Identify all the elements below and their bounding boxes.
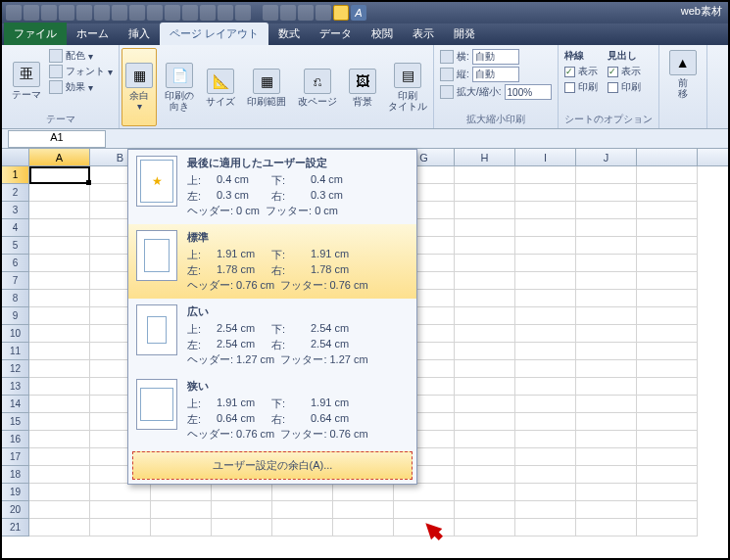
cell[interactable] <box>455 501 515 519</box>
cell[interactable] <box>455 219 515 237</box>
row-header[interactable]: 9 <box>2 307 29 325</box>
cell[interactable] <box>515 307 576 325</box>
background-button[interactable]: 🖼背景 <box>345 48 380 126</box>
cell[interactable] <box>576 307 637 325</box>
qat-icon[interactable] <box>76 5 92 21</box>
cell[interactable] <box>637 325 698 343</box>
cell[interactable] <box>455 466 515 484</box>
tab-page-layout[interactable]: ページ レイアウト <box>160 23 268 45</box>
cell[interactable] <box>515 272 576 290</box>
cell[interactable] <box>576 448 637 466</box>
margins-option-wide[interactable]: 広い 上:2.54 cm下:2.54 cm 左:2.54 cm右:2.54 cm… <box>128 299 416 373</box>
cell[interactable] <box>455 448 515 466</box>
cell[interactable] <box>455 396 515 413</box>
orientation-button[interactable]: 📄印刷の 向き <box>161 48 198 126</box>
qat-icon[interactable] <box>129 5 145 21</box>
grid-print-check[interactable]: 印刷 <box>564 79 598 95</box>
tab-view[interactable]: 表示 <box>403 23 444 45</box>
qat-icon[interactable] <box>59 5 74 21</box>
tab-dev[interactable]: 開発 <box>444 23 485 45</box>
head-print-check[interactable]: 印刷 <box>608 79 641 95</box>
margins-option-last[interactable]: 最後に適用したユーザー設定 上:0.4 cm下:0.4 cm 左:0.3 cm右… <box>128 150 416 224</box>
qat-icon[interactable] <box>200 5 216 21</box>
cell[interactable] <box>637 360 698 378</box>
cell[interactable] <box>455 431 515 448</box>
cell[interactable] <box>29 431 90 448</box>
cell[interactable] <box>29 466 90 484</box>
cell[interactable] <box>576 166 637 184</box>
qat-icon[interactable] <box>147 5 163 21</box>
row-header[interactable]: 5 <box>2 237 29 255</box>
cell[interactable] <box>151 484 212 501</box>
cell[interactable] <box>576 272 637 290</box>
scale-height-combo[interactable]: 自動 <box>472 67 519 82</box>
cell[interactable] <box>29 237 90 255</box>
cell[interactable] <box>455 378 515 396</box>
cell[interactable] <box>29 448 90 466</box>
themes-button[interactable]: 亜 テーマ <box>8 48 45 113</box>
cell[interactable] <box>637 307 698 325</box>
effects-button[interactable]: 効果▾ <box>49 79 113 95</box>
row-header[interactable]: 1 <box>2 166 29 184</box>
cell[interactable] <box>394 501 455 519</box>
cell[interactable] <box>272 519 333 537</box>
qat-icon[interactable] <box>182 5 198 21</box>
cell[interactable] <box>455 360 515 378</box>
cell[interactable] <box>29 272 90 290</box>
row-header[interactable]: 19 <box>2 484 29 501</box>
row-header[interactable]: 14 <box>2 396 29 413</box>
cell[interactable] <box>455 519 515 537</box>
cell[interactable] <box>576 360 637 378</box>
cell[interactable] <box>29 484 90 501</box>
select-all-corner[interactable] <box>2 149 29 165</box>
grid-show-check[interactable]: ✓表示 <box>564 64 598 79</box>
cell[interactable] <box>515 202 576 219</box>
cell[interactable] <box>637 343 698 360</box>
cell[interactable] <box>29 290 90 307</box>
cell[interactable] <box>29 519 90 537</box>
row-header[interactable]: 7 <box>2 272 29 290</box>
qat-icon[interactable] <box>263 5 278 21</box>
qat-icon[interactable] <box>280 5 296 21</box>
cell[interactable] <box>576 237 637 255</box>
cell[interactable] <box>637 166 698 184</box>
qat-icon[interactable] <box>298 5 314 21</box>
cell[interactable] <box>272 484 333 501</box>
cell[interactable] <box>637 184 698 202</box>
cell[interactable] <box>455 484 515 501</box>
row-header[interactable]: 10 <box>2 325 29 343</box>
cell[interactable] <box>515 184 576 202</box>
cell[interactable] <box>151 501 212 519</box>
margins-custom-button[interactable]: ユーザー設定の余白(A)... <box>132 451 413 480</box>
row-header[interactable]: 4 <box>2 219 29 237</box>
colors-button[interactable]: 配色▾ <box>49 48 113 64</box>
cell[interactable] <box>576 501 637 519</box>
cell[interactable] <box>455 166 515 184</box>
fonts-button[interactable]: フォント▾ <box>49 64 113 79</box>
cell[interactable] <box>515 519 576 537</box>
col-header[interactable]: I <box>515 149 576 165</box>
cell[interactable] <box>576 290 637 307</box>
scale-width-combo[interactable]: 自動 <box>472 49 519 65</box>
qat-icon[interactable] <box>218 5 233 21</box>
cell[interactable] <box>576 484 637 501</box>
cell[interactable] <box>637 466 698 484</box>
print-titles-button[interactable]: ▤印刷 タイトル <box>384 48 431 126</box>
name-box[interactable]: A1 <box>8 130 106 148</box>
cell[interactable] <box>333 484 394 501</box>
tab-file[interactable]: ファイル <box>4 23 67 45</box>
row-header[interactable]: 3 <box>2 202 29 219</box>
qat-font-icon[interactable]: A <box>351 5 366 21</box>
cell[interactable] <box>515 501 576 519</box>
cell[interactable] <box>90 484 151 501</box>
qat-icon-highlighted[interactable] <box>333 5 349 21</box>
size-button[interactable]: 📐サイズ <box>202 48 239 126</box>
scale-pct-combo[interactable]: 100% <box>505 84 552 100</box>
cell[interactable] <box>515 219 576 237</box>
cell[interactable] <box>455 272 515 290</box>
cell[interactable] <box>29 325 90 343</box>
row-header[interactable]: 21 <box>2 519 29 537</box>
cell[interactable] <box>576 202 637 219</box>
qat-undo-icon[interactable] <box>24 5 39 21</box>
col-header[interactable]: J <box>576 149 637 165</box>
